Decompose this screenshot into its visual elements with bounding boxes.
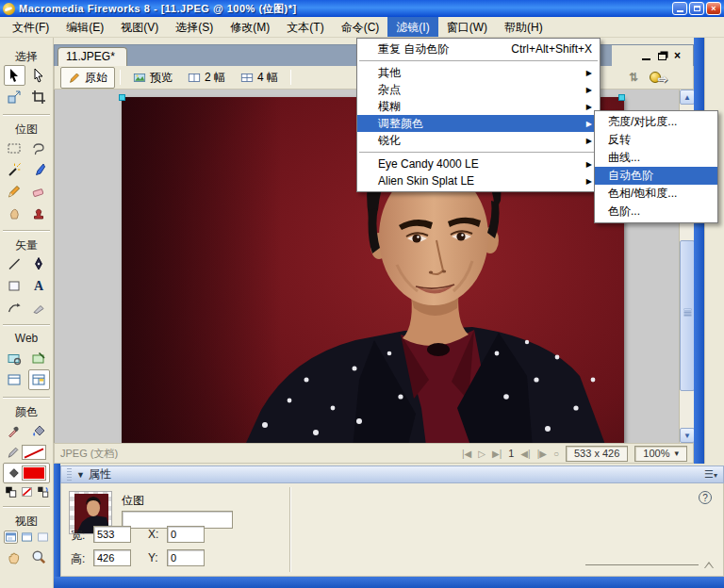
show-slices-icon[interactable]	[28, 369, 50, 390]
sort-icon[interactable]: ⇅	[629, 71, 638, 84]
help-icon[interactable]: ?	[699, 491, 712, 504]
submenu-item-levels[interactable]: 色阶...	[595, 203, 717, 220]
object-type-label: 位图	[122, 493, 144, 509]
menu-item-other[interactable]: 其他▶	[357, 64, 600, 81]
stop-icon[interactable]: ○	[553, 449, 559, 459]
stroke-color-row[interactable]	[0, 442, 53, 463]
expand-triangle-icon[interactable]	[704, 562, 714, 568]
preview-view-button[interactable]: 预览	[125, 67, 180, 89]
menu-item-noise[interactable]: 杂点▶	[357, 81, 600, 98]
zoom-tool-icon[interactable]	[28, 547, 50, 567]
eyedropper-tool-icon[interactable]	[4, 420, 25, 441]
marquee-tool-icon[interactable]	[4, 138, 25, 158]
rubber-stamp-tool-icon[interactable]	[28, 203, 50, 223]
first-frame-icon[interactable]: |◀	[462, 449, 471, 459]
x-input[interactable]	[167, 526, 205, 543]
default-colors-icon[interactable]	[4, 485, 18, 498]
panel-gripper-icon[interactable]	[67, 468, 72, 481]
hand-tool-icon[interactable]	[4, 547, 25, 567]
standard-screen-mode-icon[interactable]	[4, 531, 18, 544]
hotspot-tool-icon[interactable]	[4, 348, 25, 368]
menu-commands[interactable]: 命令(C)	[333, 17, 388, 37]
submenu-item-curves[interactable]: 曲线...	[595, 149, 717, 167]
collapse-caret-icon[interactable]: ▼	[76, 470, 85, 480]
doc-close-icon[interactable]: ×	[674, 50, 685, 61]
brush-tool-icon[interactable]	[28, 159, 50, 180]
submenu-item-invert[interactable]: 反转	[595, 131, 717, 149]
menu-item-repeat-auto-levels[interactable]: 重复 自动色阶 Ctrl+Alt+Shift+X	[357, 41, 600, 57]
properties-header[interactable]: ▼ 属性 ☰▾	[60, 466, 724, 483]
height-input[interactable]	[93, 549, 131, 566]
menu-edit[interactable]: 编辑(E)	[58, 17, 112, 37]
line-tool-icon[interactable]	[4, 253, 25, 274]
panel-options-icon[interactable]: ☰▾	[704, 468, 717, 481]
fullscreen-mode-icon[interactable]	[36, 531, 50, 544]
fill-color-swatch[interactable]	[22, 466, 46, 481]
scroll-up-icon[interactable]: ▲	[680, 90, 695, 105]
pen-tool-icon[interactable]	[28, 253, 50, 274]
document-tab[interactable]: 11.JPEG*	[58, 47, 127, 66]
four-up-view-button[interactable]: 4 幅	[233, 67, 286, 89]
scale-tool-icon[interactable]	[4, 87, 25, 107]
menu-text[interactable]: 文本(T)	[278, 17, 332, 37]
fill-color-row[interactable]	[3, 463, 50, 483]
menu-item-alien-skin[interactable]: Alien Skin Splat LE▶	[357, 172, 600, 189]
paint-bucket-tool-icon[interactable]	[28, 420, 50, 441]
blur-tool-icon[interactable]	[4, 203, 25, 223]
two-up-view-button[interactable]: 2 幅	[180, 67, 233, 89]
submenu-item-hue-saturation[interactable]: 色相/饱和度...	[595, 185, 717, 203]
lasso-tool-icon[interactable]	[28, 138, 50, 158]
menu-filters[interactable]: 滤镜(I)	[387, 17, 437, 37]
scroll-down-icon[interactable]: ▼	[680, 428, 695, 443]
menu-item-adjust-color[interactable]: 调整颜色▶	[357, 115, 600, 132]
frame-number: 1	[508, 448, 514, 459]
rectangle-tool-icon[interactable]	[4, 275, 25, 296]
swap-colors-icon[interactable]	[36, 485, 50, 498]
menu-file[interactable]: 文件(F)	[4, 17, 58, 37]
pointer-tool-icon[interactable]	[4, 65, 25, 86]
magic-wand-tool-icon[interactable]	[4, 159, 25, 180]
original-view-button[interactable]: 原始	[60, 67, 115, 89]
eraser-tool-icon[interactable]	[28, 181, 50, 202]
stroke-color-swatch[interactable]	[22, 445, 46, 460]
menu-help[interactable]: 帮助(H)	[496, 17, 551, 37]
filters-dropdown-menu: 重复 自动色阶 Ctrl+Alt+Shift+X 其他▶ 杂点▶ 模糊▶ 调整颜…	[356, 38, 601, 192]
zoom-level-select[interactable]: 100%▾	[634, 446, 687, 462]
maximize-button[interactable]	[689, 2, 704, 15]
fireworks-app-icon	[3, 3, 15, 15]
menu-item-sharpen[interactable]: 锐化▶	[357, 132, 600, 149]
submenu-item-auto-levels[interactable]: 自动色阶	[595, 167, 717, 185]
menu-item-blur[interactable]: 模糊▶	[357, 98, 600, 115]
submenu-item-brightness-contrast[interactable]: 亮度/对比度...	[595, 113, 717, 131]
slice-tool-icon[interactable]	[28, 348, 50, 368]
scrollbar-thumb[interactable]	[680, 240, 695, 391]
pencil-tool-icon[interactable]	[4, 181, 25, 202]
last-frame-icon[interactable]: ▶|	[492, 449, 502, 459]
prev-frame-icon[interactable]: ◀|	[520, 449, 530, 459]
doc-restore-icon[interactable]	[658, 53, 666, 60]
doc-minimize-icon[interactable]	[642, 52, 650, 60]
close-button[interactable]: ×	[706, 2, 721, 15]
subselection-tool-icon[interactable]	[28, 65, 50, 86]
crop-tool-icon[interactable]	[28, 87, 50, 107]
text-tool-icon[interactable]: A	[28, 275, 50, 296]
menu-item-eye-candy[interactable]: Eye Candy 4000 LE▶	[357, 155, 600, 172]
minimize-button[interactable]	[672, 2, 687, 15]
panel-expander[interactable]	[585, 562, 714, 568]
hide-slices-icon[interactable]	[4, 369, 25, 390]
menu-modify[interactable]: 修改(M)	[222, 17, 278, 37]
no-color-icon[interactable]	[20, 485, 34, 498]
width-input[interactable]	[93, 526, 131, 543]
knife-tool-icon[interactable]	[28, 297, 50, 318]
selection-handle-topright[interactable]	[618, 94, 625, 101]
y-input[interactable]	[167, 549, 205, 566]
menu-select[interactable]: 选择(S)	[167, 17, 222, 37]
menu-window[interactable]: 窗口(W)	[438, 17, 496, 37]
menu-view[interactable]: 视图(V)	[112, 17, 167, 37]
freeform-tool-icon[interactable]	[4, 297, 25, 318]
next-frame-icon[interactable]: |▶	[537, 449, 547, 459]
quick-export-icon[interactable]: ⇨	[650, 71, 674, 84]
fullscreen-menus-mode-icon[interactable]	[20, 531, 34, 544]
selection-handle-topleft[interactable]	[119, 94, 125, 101]
play-icon[interactable]: ▷	[478, 449, 485, 459]
